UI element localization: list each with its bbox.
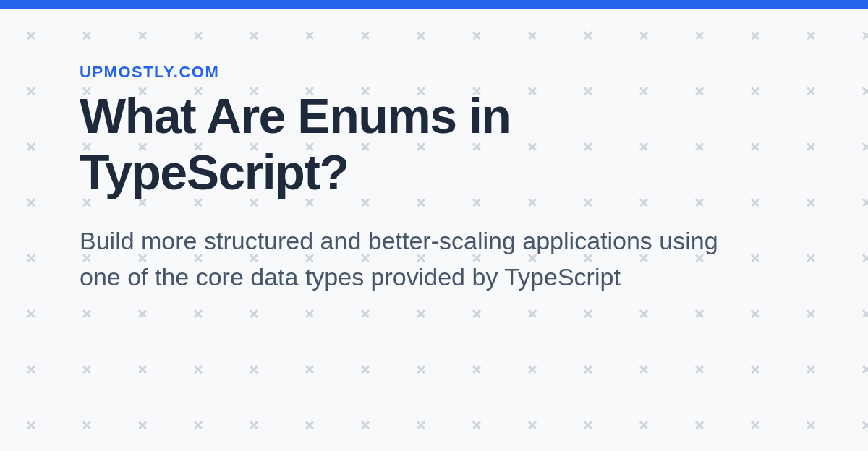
article-title: What Are Enums in TypeScript?: [80, 87, 788, 200]
accent-bar: [0, 0, 868, 9]
content-area: UPMOSTLY.COM What Are Enums in TypeScrip…: [0, 9, 868, 295]
article-description: Build more structured and better-scaling…: [80, 223, 745, 295]
site-name: UPMOSTLY.COM: [80, 63, 788, 82]
